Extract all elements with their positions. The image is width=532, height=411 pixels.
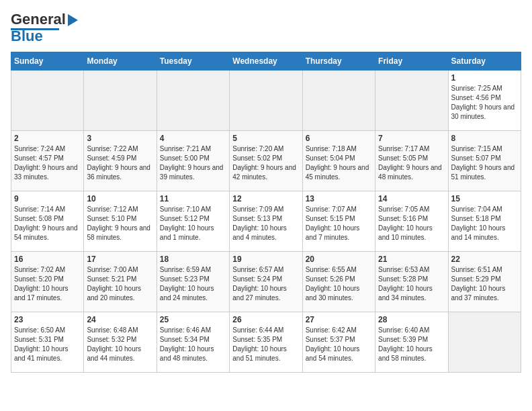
cell-info: Sunrise: 6:50 AMSunset: 5:31 PMDaylight:… xyxy=(14,326,69,362)
cell-info: Sunrise: 7:05 AMSunset: 5:16 PMDaylight:… xyxy=(378,205,433,241)
day-number: 17 xyxy=(87,255,153,264)
calendar-cell: 8 Sunrise: 7:15 AMSunset: 5:07 PMDayligh… xyxy=(448,131,521,191)
calendar-cell xyxy=(448,312,521,373)
cell-info: Sunrise: 7:15 AMSunset: 5:07 PMDaylight:… xyxy=(451,145,515,181)
day-number: 10 xyxy=(87,194,153,203)
calendar-cell xyxy=(157,71,229,131)
cell-info: Sunrise: 7:21 AMSunset: 5:00 PMDaylight:… xyxy=(160,145,224,181)
cell-info: Sunrise: 6:53 AMSunset: 5:28 PMDaylight:… xyxy=(378,266,433,302)
calendar-cell: 21 Sunrise: 6:53 AMSunset: 5:28 PMDaylig… xyxy=(375,252,448,312)
cell-info: Sunrise: 7:20 AMSunset: 5:02 PMDaylight:… xyxy=(232,145,296,181)
calendar-week-3: 9 Sunrise: 7:14 AMSunset: 5:08 PMDayligh… xyxy=(11,191,521,252)
day-number: 18 xyxy=(160,255,226,264)
calendar-header-row: SundayMondayTuesdayWednesdayThursdayFrid… xyxy=(11,52,521,71)
cell-info: Sunrise: 6:48 AMSunset: 5:32 PMDaylight:… xyxy=(87,326,141,362)
calendar-cell: 12 Sunrise: 7:09 AMSunset: 5:13 PMDaylig… xyxy=(230,191,302,252)
calendar-cell: 27 Sunrise: 6:42 AMSunset: 5:37 PMDaylig… xyxy=(302,312,375,373)
calendar-cell: 6 Sunrise: 7:18 AMSunset: 5:04 PMDayligh… xyxy=(302,131,375,191)
calendar-cell: 2 Sunrise: 7:24 AMSunset: 4:57 PMDayligh… xyxy=(11,131,84,191)
logo-blue-text: Blue xyxy=(11,28,43,45)
day-number: 2 xyxy=(14,134,81,143)
calendar-cell xyxy=(84,71,157,131)
cell-info: Sunrise: 7:25 AMSunset: 4:56 PMDaylight:… xyxy=(451,85,515,120)
logo-general-text: General xyxy=(11,11,66,28)
cell-info: Sunrise: 7:22 AMSunset: 4:59 PMDaylight:… xyxy=(87,145,150,181)
calendar-cell: 14 Sunrise: 7:05 AMSunset: 5:16 PMDaylig… xyxy=(375,191,448,252)
day-number: 24 xyxy=(87,315,153,324)
calendar-cell: 7 Sunrise: 7:17 AMSunset: 5:05 PMDayligh… xyxy=(375,131,448,191)
calendar-cell: 17 Sunrise: 7:00 AMSunset: 5:21 PMDaylig… xyxy=(84,252,157,312)
calendar-week-2: 2 Sunrise: 7:24 AMSunset: 4:57 PMDayligh… xyxy=(11,131,521,191)
day-number: 5 xyxy=(232,134,299,143)
day-number: 4 xyxy=(160,134,226,143)
day-number: 22 xyxy=(451,255,518,264)
calendar-cell: 16 Sunrise: 7:02 AMSunset: 5:20 PMDaylig… xyxy=(11,252,84,312)
calendar-cell: 20 Sunrise: 6:55 AMSunset: 5:26 PMDaylig… xyxy=(302,252,375,312)
cell-info: Sunrise: 7:00 AMSunset: 5:21 PMDaylight:… xyxy=(87,266,141,302)
day-number: 15 xyxy=(451,194,518,203)
calendar-cell: 19 Sunrise: 6:57 AMSunset: 5:24 PMDaylig… xyxy=(230,252,302,312)
day-number: 23 xyxy=(14,315,81,324)
page-header: General Blue xyxy=(11,11,521,45)
cell-info: Sunrise: 7:02 AMSunset: 5:20 PMDaylight:… xyxy=(14,266,69,302)
cell-info: Sunrise: 6:55 AMSunset: 5:26 PMDaylight:… xyxy=(306,266,360,302)
cell-info: Sunrise: 6:46 AMSunset: 5:34 PMDaylight:… xyxy=(160,326,214,362)
cell-info: Sunrise: 6:44 AMSunset: 5:35 PMDaylight:… xyxy=(232,326,287,362)
calendar-cell: 23 Sunrise: 6:50 AMSunset: 5:31 PMDaylig… xyxy=(11,312,84,373)
calendar-cell xyxy=(302,71,375,131)
calendar-cell xyxy=(230,71,302,131)
cell-info: Sunrise: 7:14 AMSunset: 5:08 PMDaylight:… xyxy=(14,205,78,241)
weekday-header-sunday: Sunday xyxy=(11,52,84,71)
calendar-cell: 11 Sunrise: 7:10 AMSunset: 5:12 PMDaylig… xyxy=(157,191,229,252)
day-number: 14 xyxy=(378,194,445,203)
day-number: 25 xyxy=(160,315,226,324)
day-number: 28 xyxy=(378,315,445,324)
calendar-table: SundayMondayTuesdayWednesdayThursdayFrid… xyxy=(11,52,521,373)
weekday-header-saturday: Saturday xyxy=(448,52,521,71)
calendar-week-5: 23 Sunrise: 6:50 AMSunset: 5:31 PMDaylig… xyxy=(11,312,521,373)
day-number: 27 xyxy=(306,315,372,324)
calendar-cell: 10 Sunrise: 7:12 AMSunset: 5:10 PMDaylig… xyxy=(84,191,157,252)
calendar-week-1: 1 Sunrise: 7:25 AMSunset: 4:56 PMDayligh… xyxy=(11,71,521,131)
calendar-cell: 26 Sunrise: 6:44 AMSunset: 5:35 PMDaylig… xyxy=(230,312,302,373)
day-number: 13 xyxy=(306,194,372,203)
day-number: 7 xyxy=(378,134,445,143)
day-number: 16 xyxy=(14,255,81,264)
calendar-week-4: 16 Sunrise: 7:02 AMSunset: 5:20 PMDaylig… xyxy=(11,252,521,312)
cell-info: Sunrise: 6:42 AMSunset: 5:37 PMDaylight:… xyxy=(306,326,360,362)
day-number: 20 xyxy=(306,255,372,264)
weekday-header-wednesday: Wednesday xyxy=(230,52,302,71)
cell-info: Sunrise: 6:51 AMSunset: 5:29 PMDaylight:… xyxy=(451,266,506,302)
cell-info: Sunrise: 7:09 AMSunset: 5:13 PMDaylight:… xyxy=(232,205,287,241)
cell-info: Sunrise: 7:18 AMSunset: 5:04 PMDaylight:… xyxy=(306,145,369,181)
cell-info: Sunrise: 7:04 AMSunset: 5:18 PMDaylight:… xyxy=(451,205,506,241)
day-number: 26 xyxy=(232,315,299,324)
cell-info: Sunrise: 7:07 AMSunset: 5:15 PMDaylight:… xyxy=(306,205,360,241)
cell-info: Sunrise: 7:10 AMSunset: 5:12 PMDaylight:… xyxy=(160,205,214,241)
cell-info: Sunrise: 6:59 AMSunset: 5:23 PMDaylight:… xyxy=(160,266,214,302)
weekday-header-tuesday: Tuesday xyxy=(157,52,229,71)
day-number: 12 xyxy=(232,194,299,203)
calendar-cell: 24 Sunrise: 6:48 AMSunset: 5:32 PMDaylig… xyxy=(84,312,157,373)
day-number: 1 xyxy=(451,73,518,83)
calendar-cell: 18 Sunrise: 6:59 AMSunset: 5:23 PMDaylig… xyxy=(157,252,229,312)
calendar-cell xyxy=(375,71,448,131)
day-number: 6 xyxy=(306,134,372,143)
day-number: 9 xyxy=(14,194,81,203)
calendar-cell: 1 Sunrise: 7:25 AMSunset: 4:56 PMDayligh… xyxy=(448,71,521,131)
weekday-header-monday: Monday xyxy=(84,52,157,71)
weekday-header-thursday: Thursday xyxy=(302,52,375,71)
cell-info: Sunrise: 6:57 AMSunset: 5:24 PMDaylight:… xyxy=(232,266,287,302)
logo-arrow-icon xyxy=(68,14,78,26)
logo: General Blue xyxy=(11,11,78,45)
calendar-cell: 22 Sunrise: 6:51 AMSunset: 5:29 PMDaylig… xyxy=(448,252,521,312)
day-number: 19 xyxy=(232,255,299,264)
calendar-cell xyxy=(11,71,84,131)
day-number: 8 xyxy=(451,134,518,143)
calendar-cell: 9 Sunrise: 7:14 AMSunset: 5:08 PMDayligh… xyxy=(11,191,84,252)
calendar-cell: 25 Sunrise: 6:46 AMSunset: 5:34 PMDaylig… xyxy=(157,312,229,373)
calendar-cell: 5 Sunrise: 7:20 AMSunset: 5:02 PMDayligh… xyxy=(230,131,302,191)
calendar-cell: 28 Sunrise: 6:40 AMSunset: 5:39 PMDaylig… xyxy=(375,312,448,373)
cell-info: Sunrise: 6:40 AMSunset: 5:39 PMDaylight:… xyxy=(378,326,433,362)
day-number: 3 xyxy=(87,134,153,143)
